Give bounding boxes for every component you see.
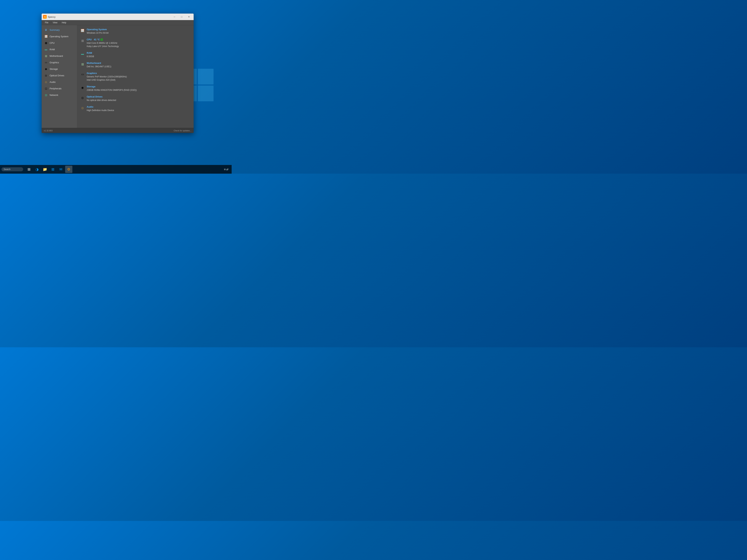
- summary-content: 🪟 Operating System Windows 10 Pro 64-bit…: [77, 25, 194, 128]
- summary-gpu-item: ▭ Graphics Generic PnP Monitor (1920x108…: [80, 72, 190, 82]
- sidebar-label-summary: Summary: [50, 29, 60, 31]
- summary-audio-text: Audio High Definition Audio Device: [87, 105, 190, 112]
- summary-os-icon: 🪟: [80, 28, 84, 32]
- minimize-button[interactable]: ─: [171, 14, 178, 19]
- sidebar-label-graphics: Graphics: [50, 61, 59, 64]
- summary-ram-value: 8.00GB: [87, 55, 190, 58]
- sidebar-label-storage: Storage: [50, 68, 58, 70]
- sidebar: 🖥 Summary 🪟 Operating System ▦ CPU ▬ RAM…: [42, 25, 77, 128]
- sidebar-label-os: Operating System: [50, 35, 69, 38]
- cpu-temp-indicator: [100, 38, 103, 41]
- sidebar-label-motherboard: Motherboard: [50, 55, 63, 57]
- summary-optical-text: Optical Drives No optical disk drives de…: [87, 95, 190, 102]
- summary-audio-label: Audio: [87, 105, 190, 108]
- taskbar-search-area[interactable]: Search: [1, 167, 23, 171]
- menu-bar: File View Help: [42, 20, 194, 25]
- taskbar-search-text: Search: [4, 168, 10, 170]
- summary-cpu-item: ▦ CPU 41 °C Intel Core i5 8665U @ 1.60GH…: [80, 38, 190, 48]
- taskbar: Search ⊞ ◑ 📁 ⊠ ✉ ⚙ ⊟ 🔊: [0, 165, 232, 174]
- check-updates-link[interactable]: Check for updates...: [174, 130, 191, 132]
- menu-help[interactable]: Help: [60, 21, 68, 25]
- sidebar-label-ram: RAM: [50, 48, 55, 51]
- summary-audio-icon: ◎: [80, 106, 84, 110]
- taskbar-right-area: ⊟ 🔊: [224, 168, 230, 170]
- summary-storage-icon: ◉: [80, 85, 84, 89]
- summary-mb-item: ▩ Motherboard Dell Inc. 0M14W7 (U3E1): [80, 62, 190, 68]
- summary-os-label: Operating System: [87, 28, 190, 31]
- summary-cpu-value2: Kaby Lake-U/Y 14nm Technology: [87, 45, 190, 48]
- close-button[interactable]: ✕: [186, 14, 192, 19]
- store-button[interactable]: ⊠: [49, 166, 56, 173]
- cpu-icon: ▦: [44, 41, 48, 45]
- mail-button[interactable]: ✉: [57, 166, 65, 173]
- sidebar-item-graphics[interactable]: ▭ Graphics: [42, 59, 77, 66]
- network-icon: ▨: [44, 93, 48, 97]
- sidebar-item-summary[interactable]: 🖥 Summary: [42, 27, 77, 33]
- summary-os-item: 🪟 Operating System Windows 10 Pro 64-bit: [80, 28, 190, 34]
- peripherals-icon: ◫: [44, 87, 48, 90]
- summary-mb-value: Dell Inc. 0M14W7 (U3E1): [87, 65, 190, 68]
- summary-audio-item: ◎ Audio High Definition Audio Device: [80, 105, 190, 112]
- version-text: v1.32.803: [44, 130, 52, 132]
- summary-gpu-text: Graphics Generic PnP Monitor (1920x1080@…: [87, 72, 190, 82]
- window-controls: ─ □ ✕: [171, 14, 192, 19]
- menu-file[interactable]: File: [43, 21, 50, 25]
- summary-storage-value: 238GB NVMe KINGSTON OM8PDP3 (RAID (SSD)): [87, 88, 190, 92]
- summary-mb-text: Motherboard Dell Inc. 0M14W7 (U3E1): [87, 62, 190, 68]
- summary-cpu-label: CPU 41 °C: [87, 38, 190, 41]
- speccy-window: S Speccy ─ □ ✕ File View Help 🖥 Summary …: [42, 14, 194, 133]
- summary-ram-item: ▬ RAM 8.00GB: [80, 52, 190, 58]
- sidebar-item-motherboard[interactable]: ▩ Motherboard: [42, 53, 77, 59]
- graphics-icon: ▭: [44, 61, 48, 64]
- explorer-button[interactable]: 📁: [41, 166, 49, 173]
- summary-storage-item: ◉ Storage 238GB NVMe KINGSTON OM8PDP3 (R…: [80, 85, 190, 92]
- summary-gpu-value2: Intel UHD Graphics 620 (Dell): [87, 78, 190, 82]
- summary-optical-icon: ◎: [80, 96, 84, 100]
- storage-icon: ◉: [44, 67, 48, 71]
- summary-cpu-text: CPU 41 °C Intel Core i5 8665U @ 1.60GHz …: [87, 38, 190, 48]
- app-icon: S: [43, 15, 47, 19]
- menu-view[interactable]: View: [51, 21, 59, 25]
- sidebar-item-network[interactable]: ▨ Network: [42, 92, 77, 98]
- edge-button[interactable]: ◑: [33, 166, 41, 173]
- sidebar-item-optical[interactable]: ◎ Optical Drives: [42, 72, 77, 79]
- os-icon: 🪟: [44, 34, 48, 38]
- summary-icon: 🖥: [44, 28, 48, 32]
- sidebar-item-audio[interactable]: ◎ Audio: [42, 79, 77, 85]
- summary-audio-value: High Definition Audio Device: [87, 109, 190, 112]
- sidebar-label-network: Network: [50, 94, 58, 97]
- summary-ram-label: RAM: [87, 52, 190, 54]
- sidebar-label-peripherals: Peripherals: [50, 87, 61, 90]
- summary-gpu-icon: ▭: [80, 72, 84, 76]
- sidebar-item-cpu[interactable]: ▦ CPU: [42, 39, 77, 46]
- summary-mb-label: Motherboard: [87, 62, 190, 64]
- audio-icon: ◎: [44, 80, 48, 84]
- optical-icon: ◎: [44, 74, 48, 77]
- sidebar-label-optical: Optical Drives: [50, 74, 64, 77]
- summary-os-text: Operating System Windows 10 Pro 64-bit: [87, 28, 190, 34]
- taskbar-system-icons: ⊟ 🔊: [224, 168, 229, 170]
- sidebar-item-storage[interactable]: ◉ Storage: [42, 66, 77, 72]
- summary-storage-label: Storage: [87, 85, 190, 88]
- sidebar-item-ram[interactable]: ▬ RAM: [42, 46, 77, 53]
- speccy-taskbar-button[interactable]: ⚙: [65, 166, 72, 173]
- summary-os-value: Windows 10 Pro 64-bit: [87, 31, 190, 34]
- task-view-button[interactable]: ⊞: [25, 166, 32, 173]
- sidebar-item-peripherals[interactable]: ◫ Peripherals: [42, 85, 77, 92]
- sidebar-label-audio: Audio: [50, 81, 56, 83]
- summary-optical-value: No optical disk drives detected: [87, 99, 190, 102]
- summary-gpu-value1: Generic PnP Monitor (1920x1080@60Hz): [87, 75, 190, 78]
- title-bar: S Speccy ─ □ ✕: [42, 14, 194, 20]
- summary-optical-label: Optical Drives: [87, 95, 190, 98]
- ram-icon: ▬: [44, 48, 48, 51]
- maximize-button[interactable]: □: [178, 14, 185, 19]
- summary-mb-icon: ▩: [80, 62, 84, 66]
- summary-optical-item: ◎ Optical Drives No optical disk drives …: [80, 95, 190, 102]
- sidebar-label-cpu: CPU: [50, 42, 54, 44]
- motherboard-icon: ▩: [44, 54, 48, 58]
- sidebar-item-os[interactable]: 🪟 Operating System: [42, 33, 77, 39]
- summary-ram-icon: ▬: [80, 52, 84, 56]
- summary-cpu-value1: Intel Core i5 8665U @ 1.60GHz: [87, 42, 190, 45]
- summary-storage-text: Storage 238GB NVMe KINGSTON OM8PDP3 (RAI…: [87, 85, 190, 92]
- summary-ram-text: RAM 8.00GB: [87, 52, 190, 58]
